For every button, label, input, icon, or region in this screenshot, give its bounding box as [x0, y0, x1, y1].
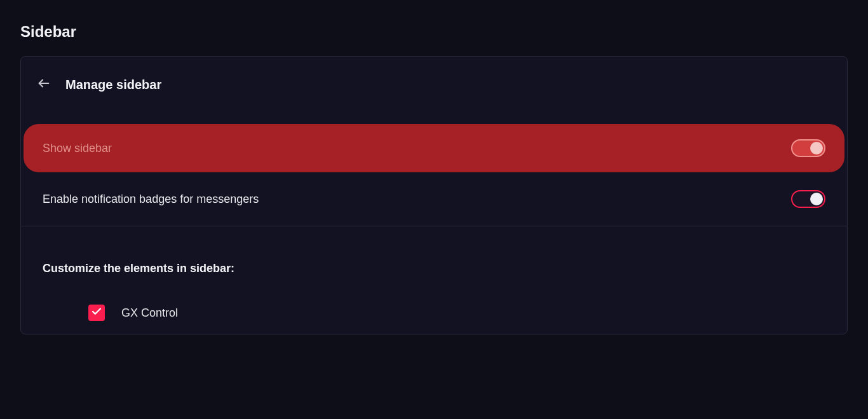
customize-title: Customize the elements in sidebar: [43, 262, 825, 275]
panel-title: Manage sidebar [65, 78, 161, 92]
customize-item-gx-control[interactable]: GX Control [43, 305, 825, 321]
enable-badges-row[interactable]: Enable notification badges for messenger… [21, 172, 847, 226]
customize-block: Customize the elements in sidebar: GX Co… [21, 226, 847, 334]
check-icon [91, 306, 102, 320]
section-title: Sidebar [20, 23, 848, 41]
gx-control-checkbox[interactable] [88, 305, 105, 321]
toggle-knob [810, 193, 823, 205]
show-sidebar-row[interactable]: Show sidebar [24, 124, 844, 172]
arrow-left-icon [37, 76, 51, 93]
gx-control-label: GX Control [121, 306, 178, 320]
panel-header: Manage sidebar [21, 57, 847, 113]
show-sidebar-toggle[interactable] [791, 139, 825, 157]
manage-sidebar-panel: Manage sidebar Show sidebar Enable notif… [20, 56, 848, 334]
enable-badges-label: Enable notification badges for messenger… [43, 193, 259, 206]
enable-badges-toggle[interactable] [791, 190, 825, 208]
toggle-knob [810, 142, 823, 155]
show-sidebar-label: Show sidebar [43, 142, 112, 155]
back-button[interactable] [34, 74, 54, 95]
